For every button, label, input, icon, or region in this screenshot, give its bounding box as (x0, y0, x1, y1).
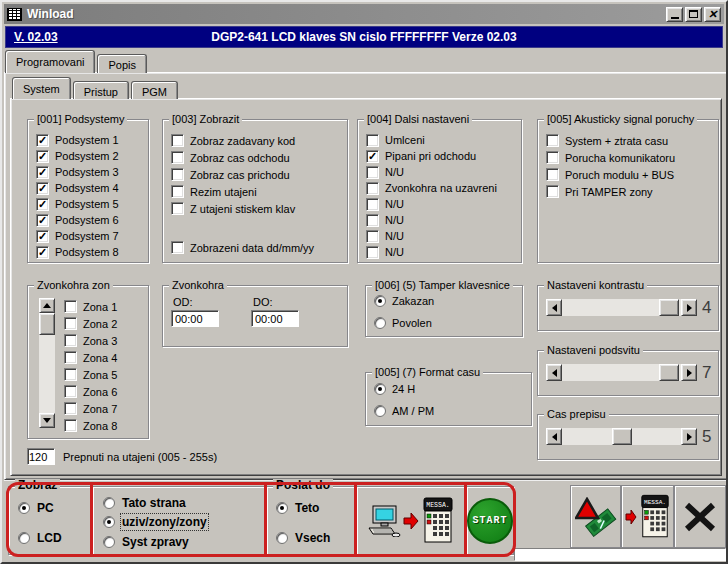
radio-24h[interactable]: 24 H (374, 383, 415, 395)
checkbox-box (36, 166, 49, 179)
checkbox-zobraz-cas-odchodu[interactable]: Zobraz cas odchodu (171, 149, 347, 166)
checkbox-z-utajeni-stiskem[interactable]: Z utajeni stiskem klav (171, 200, 347, 217)
checkbox-zona-2[interactable]: Zona 2 (64, 315, 148, 332)
radio-am-pm[interactable]: AM / PM (374, 405, 434, 417)
checkbox-zona-4[interactable]: Zona 4 (64, 349, 148, 366)
backlight-slider[interactable] (546, 364, 697, 381)
slider-right-button[interactable] (681, 364, 697, 381)
checkbox-system-ztrata-casu[interactable]: System + ztrata casu (546, 132, 718, 149)
checkbox-zona-3[interactable]: Zona 3 (64, 332, 148, 349)
maximize-icon (689, 10, 698, 18)
radio-povolen[interactable]: Povolen (374, 317, 432, 329)
radio-zakazan[interactable]: Zakazan (374, 295, 434, 307)
checkbox-zona-7[interactable]: Zona 7 (64, 400, 148, 417)
slider-track[interactable] (562, 428, 681, 445)
window-title: Winload (27, 7, 661, 21)
scroll-thumb[interactable] (39, 313, 55, 335)
checkbox-zvonkohra-na-uzavreni[interactable]: Zvonkohra na uzavreni (366, 180, 521, 196)
close-button[interactable]: ✕ (704, 7, 721, 22)
checkbox-zobrazeni-data[interactable]: Zobrazeni data dd/mm/yy (171, 239, 347, 256)
checkbox-nu-4[interactable]: N/U (366, 228, 521, 244)
checkbox-nu-2[interactable]: N/U (366, 196, 521, 212)
checkbox-podsystem-8[interactable]: Podsystem 8 (36, 244, 148, 260)
verify-button[interactable] (570, 485, 621, 548)
checkbox-label: N/U (385, 166, 404, 178)
do-input[interactable] (251, 310, 299, 327)
tab-pristup[interactable]: Pristup (73, 81, 129, 99)
checkbox-porucha-komunikatoru[interactable]: Porucha komunikatoru (546, 149, 718, 166)
checkbox-nu-1[interactable]: N/U (366, 164, 521, 180)
group-cas-prepisu: Cas prepisu 5 (537, 414, 719, 460)
tab-programovani[interactable]: Programovani (5, 50, 95, 73)
checkbox-zona-8[interactable]: Zona 8 (64, 417, 148, 434)
checkbox-nu-3[interactable]: N/U (366, 212, 521, 228)
checkbox-podsystem-5[interactable]: Podsystem 5 (36, 196, 148, 212)
slider-track[interactable] (562, 299, 681, 316)
checkbox-zobraz-zadavany-kod[interactable]: Zobraz zadavany kod (171, 132, 347, 149)
checkbox-nu-5[interactable]: N/U (366, 244, 521, 260)
exit-button[interactable] (674, 485, 726, 548)
checkbox-podsystem-4[interactable]: Podsystem 4 (36, 180, 148, 196)
slider-thumb[interactable] (659, 364, 679, 381)
checkbox-pipani-pri-odchodu[interactable]: Pipani pri odchodu (366, 148, 521, 164)
checkbox-label: Poruch modulu + BUS (565, 169, 674, 181)
slider-right-button[interactable] (681, 299, 697, 316)
keypad-icon: MESSA. (639, 494, 671, 540)
radio-uziv-zony-zony[interactable]: uziv/zony/zony (103, 515, 207, 529)
radio-teto[interactable]: Teto (276, 501, 319, 515)
checkbox-umlceni[interactable]: Umlceni (366, 132, 521, 148)
radio-label: Vsech (295, 531, 330, 545)
checkbox-label: Zona 2 (83, 318, 117, 330)
radio-tato-strana[interactable]: Tato strana (103, 496, 186, 510)
send-pc-to-keypad-button[interactable]: MESSA. (356, 486, 466, 555)
radio-vsech[interactable]: Vsech (276, 531, 330, 545)
tab-pgm[interactable]: PGM (131, 81, 178, 99)
red-arrow-icon (403, 512, 419, 530)
radio-pc[interactable]: PC (18, 501, 54, 515)
slider-thumb[interactable] (612, 428, 632, 445)
checkbox-poruch-modulu-bus[interactable]: Poruch modulu + BUS (546, 166, 718, 183)
zones-scrollbar[interactable] (39, 298, 55, 428)
slider-right-button[interactable] (681, 428, 697, 445)
slider-thumb[interactable] (659, 299, 679, 316)
overwrite-time-slider[interactable] (546, 428, 697, 445)
slider-left-button[interactable] (546, 428, 562, 445)
tab-popis[interactable]: Popis (97, 54, 147, 73)
checkbox-podsystem-3[interactable]: Podsystem 3 (36, 164, 148, 180)
scroll-up-button[interactable] (39, 298, 55, 313)
main-tabbar: Programovani Popis (5, 50, 149, 73)
group-nastaveni-kontrastu: Nastaveni kontrastu 4 (537, 285, 719, 331)
slider-left-button[interactable] (546, 364, 562, 381)
tab-system[interactable]: System (12, 77, 71, 99)
checkbox-zona-6[interactable]: Zona 6 (64, 383, 148, 400)
slider-track[interactable] (562, 364, 681, 381)
checkbox-rezim-utajeni[interactable]: Rezim utajeni (171, 183, 347, 200)
checkbox-podsystem-1[interactable]: Podsystem 1 (36, 132, 148, 148)
contrast-slider[interactable] (546, 299, 697, 316)
slider-left-button[interactable] (546, 299, 562, 316)
arrow-up-icon (43, 299, 51, 308)
send-to-keypad-button[interactable]: MESSA. (621, 485, 674, 548)
radio-lcd[interactable]: LCD (18, 531, 62, 545)
minimize-button[interactable] (666, 7, 683, 22)
radio-syst-zpravy[interactable]: Syst zpravy (103, 535, 189, 549)
start-button[interactable]: START (467, 498, 513, 544)
checkbox-pri-tamper-zony[interactable]: Pri TAMPER zony (546, 183, 718, 200)
checkbox-zobraz-cas-prichodu[interactable]: Zobraz cas prichodu (171, 166, 347, 183)
group-title: Poslat do (273, 479, 333, 492)
checkbox-podsystem-2[interactable]: Podsystem 2 (36, 148, 148, 164)
scroll-down-button[interactable] (39, 413, 55, 428)
checkbox-label: Zona 3 (83, 335, 117, 347)
od-input[interactable] (171, 310, 219, 327)
checkbox-zona-1[interactable]: Zona 1 (64, 298, 148, 315)
scroll-track[interactable] (39, 313, 55, 413)
checkbox-podsystem-6[interactable]: Podsystem 6 (36, 212, 148, 228)
maximize-button[interactable] (685, 7, 702, 22)
checkbox-podsystem-7[interactable]: Podsystem 7 (36, 228, 148, 244)
utajeni-input[interactable] (27, 448, 55, 465)
checkbox-zona-5[interactable]: Zona 5 (64, 366, 148, 383)
radio-circle (374, 383, 386, 395)
checkbox-box (366, 246, 379, 259)
group-zobrazit: [003] Zobrazit Zobraz zadavany kod Zobra… (162, 119, 348, 263)
radio-label: uziv/zony/zony (122, 515, 207, 529)
